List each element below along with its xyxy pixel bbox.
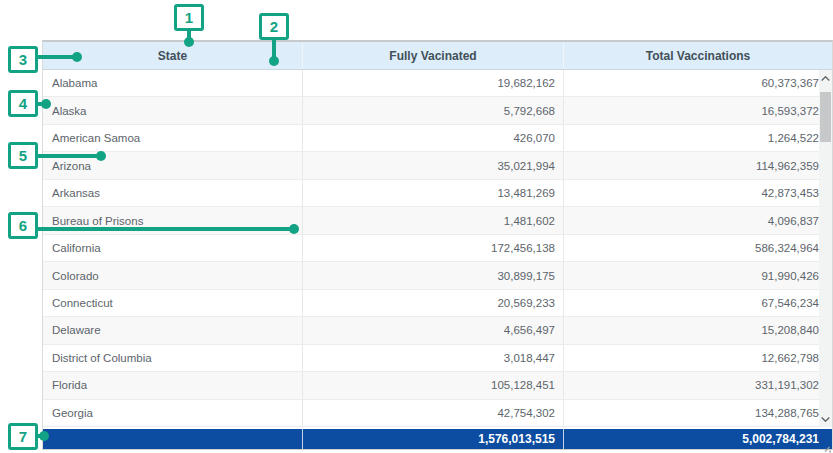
cell-total-vaccinations: 91,990,426 (564, 262, 832, 288)
table-row[interactable]: Florida 105,128,451 331,191,302 (43, 372, 832, 399)
callout-4-dot (41, 99, 51, 109)
cell-total-vaccinations: 60,373,367 (564, 70, 832, 96)
cell-fully-vacinated: 35,021,994 (303, 152, 564, 178)
cell-state: Colorado (43, 262, 303, 288)
cell-total-vaccinations: 16,593,372 (564, 97, 832, 123)
cell-fully-vacinated: 13,481,269 (303, 180, 564, 206)
cell-fully-vacinated: 426,070 (303, 125, 564, 151)
cell-total-vaccinations: 42,873,453 (564, 180, 832, 206)
scrollbar-track[interactable] (819, 86, 832, 411)
callout-3-box: 3 (8, 46, 38, 73)
table-row[interactable]: Alaska 5,792,668 16,593,372 (43, 97, 832, 124)
cell-state: Alaska (43, 97, 303, 123)
callout-6-label: 6 (19, 217, 27, 234)
cell-state: District of Columbia (43, 345, 303, 371)
cell-fully-vacinated: 30,899,175 (303, 262, 564, 288)
table-total-row: 1,576,013,515 5,002,784,231 (43, 429, 832, 449)
cell-state: Georgia (43, 400, 303, 426)
resize-grip-icon (823, 446, 831, 453)
total-total-vaccinations: 5,002,784,231 (564, 429, 832, 449)
table-header-row: State Fully Vacinated Total Vaccinations (43, 42, 832, 70)
callout-4-box: 4 (8, 90, 38, 117)
column-header-total-vaccinations[interactable]: Total Vaccinations (564, 42, 832, 69)
column-header-fully-vacinated[interactable]: Fully Vacinated (303, 42, 564, 69)
cell-fully-vacinated: 5,792,668 (303, 97, 564, 123)
callout-3-dot (72, 52, 82, 62)
cell-fully-vacinated: 20,569,233 (303, 290, 564, 316)
callout-1-box: 1 (174, 4, 204, 31)
cell-state: Delaware (43, 317, 303, 343)
callout-6-dot (289, 224, 299, 234)
callout-5-connector (36, 154, 100, 158)
callout-4-label: 4 (19, 95, 27, 112)
callout-3-label: 3 (19, 51, 27, 68)
table-row[interactable]: American Samoa 426,070 1,264,522 (43, 125, 832, 152)
callout-5-dot (96, 151, 106, 161)
table-row[interactable]: Alabama 19,682,162 60,373,367 (43, 70, 832, 97)
table-row[interactable]: California 172,456,138 586,324,964 (43, 235, 832, 262)
annotated-table-screenshot: State Fully Vacinated Total Vaccinations… (0, 0, 833, 453)
callout-2-dot (269, 56, 279, 66)
chevron-up-icon (821, 76, 830, 81)
callout-6-box: 6 (8, 212, 38, 239)
cell-total-vaccinations: 4,096,837 (564, 207, 832, 233)
callout-7-box: 7 (8, 423, 38, 450)
table-row[interactable]: Arizona 35,021,994 114,962,359 (43, 152, 832, 179)
cell-total-vaccinations: 114,962,359 (564, 152, 832, 178)
cell-total-vaccinations: 67,546,234 (564, 290, 832, 316)
callout-1-dot (184, 37, 194, 47)
callout-1-label: 1 (185, 9, 193, 26)
column-header-state[interactable]: State (43, 42, 303, 69)
cell-total-vaccinations: 12,662,798 (564, 345, 832, 371)
total-state-cell (43, 429, 303, 449)
table-row[interactable]: Georgia 42,754,302 134,288,765 (43, 400, 832, 427)
vaccinations-list-table: State Fully Vacinated Total Vaccinations… (42, 40, 833, 450)
cell-state: California (43, 235, 303, 261)
cell-fully-vacinated: 4,656,497 (303, 317, 564, 343)
cell-fully-vacinated: 3,018,447 (303, 345, 564, 371)
cell-state: Arkansas (43, 180, 303, 206)
callout-7-dot (39, 431, 49, 441)
callout-2-box: 2 (259, 13, 289, 40)
cell-fully-vacinated: 172,456,138 (303, 235, 564, 261)
cell-total-vaccinations: 15,208,840 (564, 317, 832, 343)
table-row[interactable]: Connecticut 20,569,233 67,546,234 (43, 290, 832, 317)
cell-total-vaccinations: 331,191,302 (564, 372, 832, 398)
callout-2-label: 2 (270, 18, 278, 35)
callout-5-label: 5 (19, 147, 27, 164)
vertical-scrollbar[interactable] (819, 70, 832, 427)
callout-6-connector (36, 227, 293, 231)
table-row[interactable]: Arkansas 13,481,269 42,873,453 (43, 180, 832, 207)
cell-state: Connecticut (43, 290, 303, 316)
total-fully-vacinated: 1,576,013,515 (303, 429, 564, 449)
scroll-down-button[interactable] (819, 411, 832, 427)
table-row[interactable]: District of Columbia 3,018,447 12,662,79… (43, 345, 832, 372)
table-row[interactable]: Delaware 4,656,497 15,208,840 (43, 317, 832, 344)
table-body: Alabama 19,682,162 60,373,367 Alaska 5,7… (43, 70, 832, 427)
cell-fully-vacinated: 19,682,162 (303, 70, 564, 96)
cell-state: Florida (43, 372, 303, 398)
chevron-down-icon (821, 417, 830, 422)
cell-fully-vacinated: 1,481,602 (303, 207, 564, 233)
cell-total-vaccinations: 586,324,964 (564, 235, 832, 261)
cell-fully-vacinated: 42,754,302 (303, 400, 564, 426)
scrollbar-thumb[interactable] (820, 92, 831, 142)
callout-7-label: 7 (19, 428, 27, 445)
callout-5-box: 5 (8, 142, 38, 169)
cell-total-vaccinations: 134,288,765 (564, 400, 832, 426)
table-row[interactable]: Colorado 30,899,175 91,990,426 (43, 262, 832, 289)
cell-fully-vacinated: 105,128,451 (303, 372, 564, 398)
cell-state: Alabama (43, 70, 303, 96)
scroll-up-button[interactable] (819, 70, 832, 86)
cell-state: American Samoa (43, 125, 303, 151)
cell-total-vaccinations: 1,264,522 (564, 125, 832, 151)
